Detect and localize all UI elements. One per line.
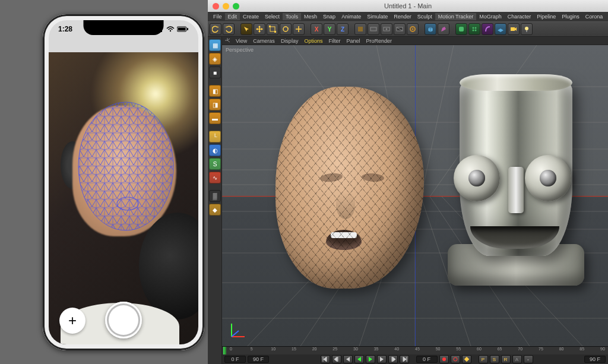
zoom-button[interactable] (233, 3, 239, 10)
range-end-field[interactable]: 90 F (584, 356, 606, 363)
robot-head-object[interactable] (430, 78, 578, 292)
palette-button-11[interactable]: ◆ (209, 204, 221, 216)
menu-corona[interactable]: Corona (582, 13, 606, 20)
vp-menu-prorender[interactable]: ProRender (363, 38, 395, 44)
rot-key-button[interactable]: R (501, 355, 511, 363)
menu-character[interactable]: Character (505, 13, 534, 20)
main-menubar[interactable]: FileEditCreateSelectToolsMeshSnapAnimate… (208, 12, 608, 21)
vp-menu-options[interactable]: Options (301, 38, 325, 44)
scale-key-button[interactable]: S (490, 355, 499, 363)
current-frame-field[interactable]: 0 F (416, 356, 438, 363)
timeline[interactable]: 051015202530354045505560657075808590 0 F… (222, 346, 608, 364)
vp-menu-view[interactable]: View (233, 38, 250, 44)
menu-tools[interactable]: Tools (283, 13, 301, 20)
timeline-ruler[interactable]: 051015202530354045505560657075808590 (222, 347, 608, 354)
palette-button-3[interactable]: ◧ (209, 85, 221, 97)
close-button[interactable] (213, 3, 219, 10)
palette-button-6[interactable]: └ (209, 131, 221, 143)
palette-button-4[interactable]: ◨ (209, 99, 221, 110)
main-toolbar[interactable]: X Y Z (208, 21, 608, 37)
render-settings-button[interactable] (407, 23, 419, 35)
light-button[interactable] (521, 23, 533, 35)
playhead[interactable] (223, 347, 224, 354)
undo-button[interactable] (210, 23, 221, 35)
scale-tool-button[interactable] (267, 23, 278, 35)
add-button[interactable]: + (59, 308, 86, 334)
menu-mograph[interactable]: MoGraph (476, 13, 505, 20)
next-key-button[interactable] (388, 355, 398, 363)
start-frame-field[interactable]: 0 F (224, 356, 246, 363)
status-time: 1:28 (58, 25, 72, 33)
vp-nav-icon[interactable] (224, 37, 233, 45)
palette-button-1[interactable]: ◈ (209, 53, 221, 65)
subd-button[interactable] (455, 23, 467, 35)
goto-start-button[interactable] (321, 355, 330, 363)
vp-menu-panel[interactable]: Panel (343, 38, 363, 44)
vp-menu-display[interactable]: Display (278, 38, 302, 44)
array-button[interactable] (468, 23, 480, 35)
window-controls (208, 3, 239, 10)
record-button[interactable] (439, 355, 449, 363)
end-frame-field-a[interactable]: 90 F (248, 356, 269, 363)
coord-system-button[interactable] (354, 23, 366, 35)
palette-button-10[interactable]: ▒ (209, 190, 221, 202)
menu-edit[interactable]: Edit (225, 13, 240, 20)
palette-button-0[interactable]: ▦ (209, 39, 221, 51)
render-region-button[interactable] (381, 23, 392, 35)
menu-plugins[interactable]: Plugins (559, 13, 582, 20)
face-mesh-object[interactable] (276, 87, 424, 289)
menu-sculpt[interactable]: Sculpt (414, 13, 435, 20)
menu-motion-tracker[interactable]: Motion Tracker (435, 13, 477, 20)
z-axis-button[interactable]: Z (337, 23, 349, 35)
menu-create[interactable]: Create (240, 13, 262, 20)
goto-end-button[interactable] (400, 355, 409, 363)
y-axis-button[interactable]: Y (324, 23, 335, 35)
floor-button[interactable] (495, 23, 506, 35)
autokey-button[interactable] (451, 355, 460, 363)
palette-button-5[interactable]: ▬ (209, 112, 221, 124)
shutter-button[interactable] (105, 302, 142, 338)
bend-button[interactable] (482, 23, 493, 35)
palette-button-8[interactable]: S (209, 158, 221, 170)
play-button[interactable] (366, 355, 375, 363)
minimize-button[interactable] (223, 3, 229, 10)
keyframe-sel-button[interactable] (462, 355, 471, 363)
plus-icon: + (68, 312, 77, 329)
rotate-tool-button[interactable] (280, 23, 292, 35)
recent-tool-button[interactable] (293, 23, 305, 35)
render-pv-button[interactable] (394, 23, 406, 35)
menu-snap[interactable]: Snap (320, 13, 338, 20)
cube-button[interactable] (425, 23, 436, 35)
palette-button-7[interactable]: ◐ (209, 144, 221, 156)
menu-script[interactable]: Script (606, 13, 608, 20)
menu-render[interactable]: Render (391, 13, 414, 20)
camera-button[interactable] (508, 23, 520, 35)
vp-menu-filter[interactable]: Filter (325, 38, 343, 44)
move-tool-button[interactable] (254, 23, 265, 35)
menu-animate[interactable]: Animate (338, 13, 364, 20)
menu-simulate[interactable]: Simulate (364, 13, 391, 20)
pos-key-button[interactable]: P (479, 355, 488, 363)
live-select-button[interactable] (240, 23, 252, 35)
menu-pipeline[interactable]: Pipeline (534, 13, 559, 20)
perspective-viewport[interactable]: Perspective (222, 45, 608, 346)
prev-key-button[interactable] (332, 355, 341, 363)
redo-button[interactable] (223, 23, 235, 35)
palette-button-2[interactable]: ■ (209, 67, 221, 78)
menu-mesh[interactable]: Mesh (301, 13, 320, 20)
prev-frame-button[interactable] (343, 355, 353, 363)
param-key-button[interactable]: A (512, 355, 522, 363)
window-titlebar[interactable]: Untitled 1 - Main (208, 0, 608, 12)
viewport-menubar[interactable]: ViewCamerasDisplayOptionsFilterPanelProR… (222, 37, 608, 45)
pen-button[interactable] (438, 23, 449, 35)
x-axis-button[interactable]: X (311, 23, 322, 35)
render-view-button[interactable] (368, 23, 379, 35)
play-back-button[interactable] (354, 355, 364, 363)
menu-file[interactable]: File (210, 13, 225, 20)
palette-button-9[interactable]: ∿ (209, 172, 221, 183)
menu-select[interactable]: Select (262, 13, 283, 20)
vp-menu-cameras[interactable]: Cameras (250, 38, 278, 44)
next-frame-button[interactable] (377, 355, 387, 363)
pla-key-button[interactable]: • (524, 355, 533, 363)
tool-palette[interactable]: ▦◈■◧◨▬└◐S∿▒◆ (208, 37, 222, 364)
